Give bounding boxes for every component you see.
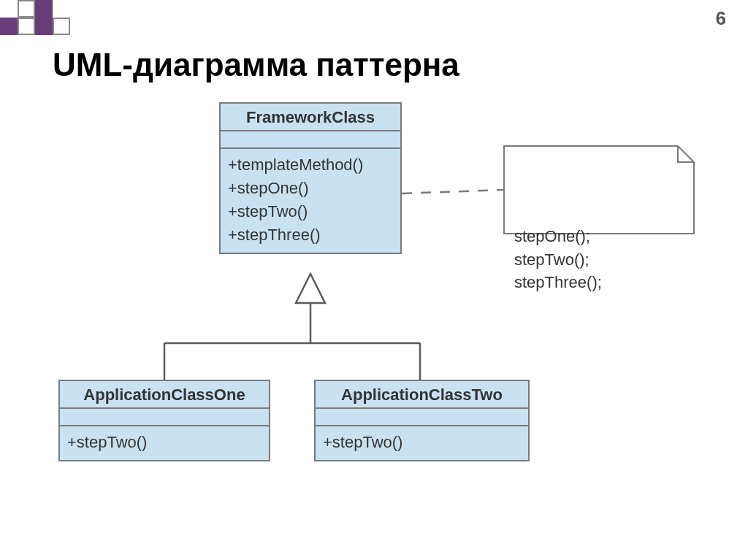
page-number: 6 (716, 7, 726, 30)
generalization-arrowhead (296, 274, 325, 303)
slide-title: UML-диаграмма паттерна (53, 47, 459, 83)
connectors (51, 95, 709, 518)
svg-marker-1 (296, 274, 325, 303)
uml-diagram: FrameworkClass +templateMethod() +stepOn… (51, 95, 709, 518)
dependency-line (402, 190, 504, 193)
